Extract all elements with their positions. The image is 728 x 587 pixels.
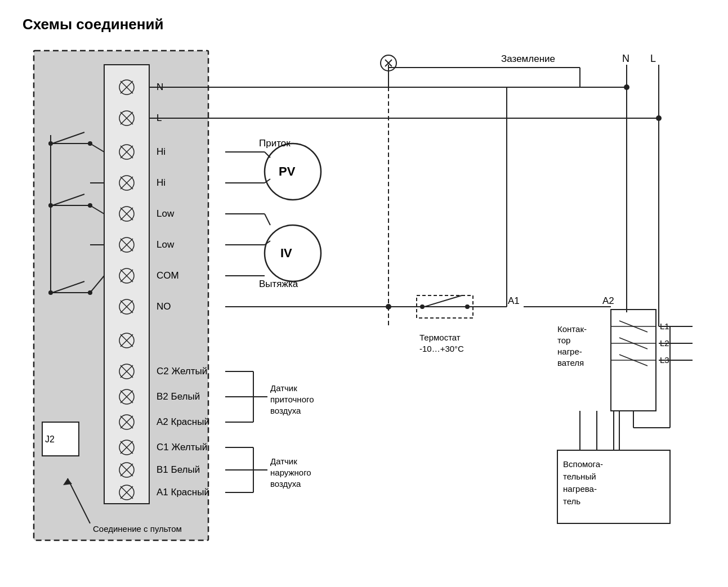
svg-rect-1 [104,65,149,504]
kontak2-label: тор [557,335,570,345]
COM-terminal-label: COM [157,270,179,281]
IV-label: IV [280,246,292,260]
vspomog1-label: Вспомога- [563,459,603,469]
termostat1-label: Термостат [419,333,461,342]
svg-point-82 [265,225,321,281]
svg-line-88 [265,214,270,225]
NO-terminal-label: NO [157,301,171,312]
svg-point-129 [386,304,391,310]
kontak3-label: нагре- [557,347,582,356]
A1-terminal-label: A1 Красный [157,487,209,498]
datchiк-pritochnogo-label1: Датчик [270,383,297,393]
vspomog2-label: тельный [563,472,596,481]
Hi2-terminal-label: Hi [157,177,166,188]
datchiк-naruzhnogo-label2: наружного [270,468,311,477]
soedinenie-label: Соединение с пультом [93,524,182,534]
kontak1-label: Контак- [557,324,587,334]
termostat2-label: -10…+30°С [419,344,464,353]
J2-label: J2 [45,434,55,444]
kontak4-label: вателя [557,358,584,368]
datchiк-naruzhnogo-label3: воздуха [270,479,301,489]
svg-point-79 [656,115,662,121]
datchiк-pritochnogo-label3: воздуха [270,406,301,415]
B2-terminal-label: B2 Белый [157,391,200,402]
N-right-label: N [622,53,629,64]
wiring-diagram: N L Hi Hi Low Low COM NO C2 Желтый B2 Бе… [17,34,709,574]
datchiк-pritochnogo-label2: приточного [270,395,314,404]
pritok-label: Приток [259,138,291,149]
A2-terminal-label: A2 Красный [157,416,209,427]
datchiк-naruzhnogo-label1: Датчик [270,456,297,466]
C2-terminal-label: C2 Желтый [157,366,207,377]
B1-terminal-label: B1 Белый [157,464,200,475]
A2-label: A2 [602,295,614,306]
page-title: Схемы соединений [23,16,164,33]
A1-label: A1 [508,295,520,306]
Hi1-terminal-label: Hi [157,146,166,157]
Low2-terminal-label: Low [157,239,175,250]
svg-line-97 [425,295,462,307]
zazemlenie-label: Заземление [501,53,555,64]
vspomog3-label: нагрева- [563,484,597,494]
L-right-label: L [650,53,656,64]
svg-point-95 [420,304,425,309]
Low1-terminal-label: Low [157,208,175,219]
PV-label: PV [279,164,296,178]
vspomog4-label: тель [563,496,580,506]
vytjashka-label: Вытяжка [259,279,298,289]
C1-terminal-label: C1 Желтый [157,442,207,452]
svg-point-96 [465,304,470,309]
